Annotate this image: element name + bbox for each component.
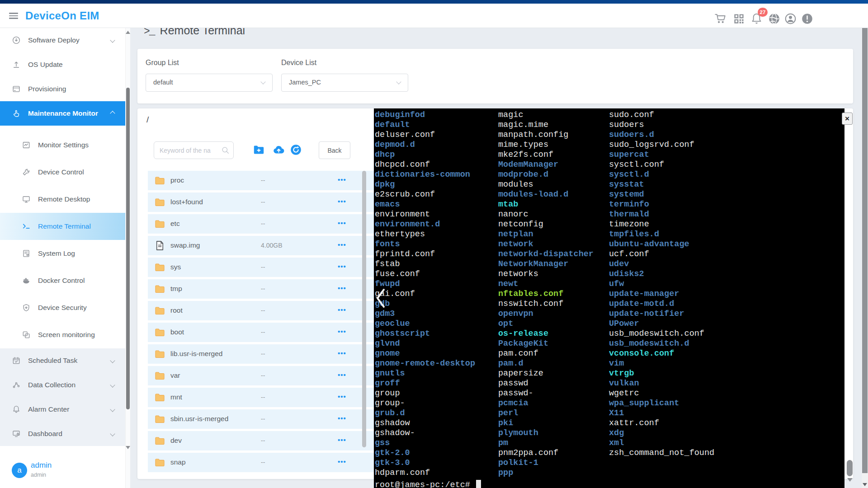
file-size: --: [261, 220, 265, 227]
sidebar-item-scheduled-task[interactable]: Scheduled Task: [0, 348, 125, 373]
terminal-prompt-line: root@james-pc:/etc#: [375, 480, 481, 488]
new-folder-button[interactable]: [253, 144, 265, 156]
sidebar-item-label: Device Security: [38, 304, 125, 312]
sidebar-item-device-control[interactable]: Device Control: [0, 159, 125, 186]
sidebar-item-alarm-center[interactable]: Alarm Center: [0, 397, 125, 422]
chevron-down-icon: [110, 38, 115, 42]
file-row-mnt[interactable]: mnt--•••: [148, 388, 376, 407]
cart-icon[interactable]: [714, 13, 726, 25]
file-row-boot[interactable]: boot--•••: [148, 323, 376, 342]
remote-terminal-screen[interactable]: debuginfoddefaultdeluser.confdepmod.ddhc…: [374, 108, 844, 488]
refresh-button[interactable]: [290, 144, 302, 156]
file-row-snap[interactable]: snap--•••: [148, 453, 376, 472]
terminal-entry: supercat: [609, 150, 714, 160]
globe-icon[interactable]: [768, 13, 780, 25]
sidebar-item-software-deploy[interactable]: Software Deploy: [0, 28, 125, 52]
terminal-entry: wpa_supplicant: [609, 399, 714, 408]
scroll-up-arrow[interactable]: [126, 31, 130, 34]
sidebar-item-provisioning[interactable]: Provisioning: [0, 77, 125, 101]
sidebar-item-remote-terminal[interactable]: Remote Terminal: [0, 213, 125, 240]
terminal-entry: dhcp: [375, 150, 475, 160]
sidebar-item-label: Device Control: [38, 168, 125, 176]
sidebar-item-docker-control[interactable]: Docker Control: [0, 267, 125, 294]
file-row-swap.img[interactable]: swap.img4.00GB•••: [148, 236, 376, 255]
file-list-scroll-thumb[interactable]: [362, 171, 366, 447]
row-actions-menu[interactable]: •••: [338, 458, 346, 465]
file-row-proc[interactable]: proc--•••: [148, 171, 376, 190]
sidebar-item-screen-monitoring[interactable]: Screen monitoring: [0, 321, 125, 348]
file-row-var[interactable]: var--•••: [148, 366, 376, 385]
sidebar-item-dashboard[interactable]: Dashboard: [0, 422, 125, 446]
upload-button[interactable]: [273, 144, 285, 156]
sidebar-item-label: Monitor Settings: [38, 141, 125, 149]
file-name: boot: [170, 328, 184, 336]
file-row-tmp[interactable]: tmp--•••: [148, 279, 376, 299]
sidebar-item-os-update[interactable]: OS Update: [0, 52, 125, 77]
terminal-entry: ucf.conf: [609, 249, 714, 259]
dashboard-icon: [12, 429, 21, 438]
scroll-down-arrow[interactable]: [126, 446, 130, 449]
folder-icon: [154, 348, 165, 360]
row-actions-menu[interactable]: •••: [338, 349, 346, 357]
qr-code-icon[interactable]: [733, 13, 745, 25]
file-row-lost+found[interactable]: lost+found--•••: [148, 192, 376, 212]
sidebar-item-device-security[interactable]: Device Security: [0, 294, 125, 321]
row-actions-menu[interactable]: •••: [338, 241, 346, 249]
row-actions-menu[interactable]: •••: [338, 197, 346, 205]
monitor-settings-icon: [22, 141, 31, 150]
row-actions-menu[interactable]: •••: [338, 436, 346, 444]
close-terminal-button[interactable]: ×: [842, 113, 853, 125]
terminal-entry: network: [498, 239, 594, 249]
terminal-entry: fstab: [375, 259, 475, 269]
sidebar-item-monitor-settings[interactable]: Monitor Settings: [0, 131, 125, 159]
app-logo: DeviceOn EIM: [25, 9, 99, 22]
row-actions-menu[interactable]: •••: [338, 414, 346, 422]
group-list-dropdown[interactable]: default: [146, 74, 273, 92]
terminal-scroll-down-arrow[interactable]: [847, 478, 853, 482]
collapse-terminal-icon[interactable]: [376, 288, 386, 310]
row-actions-menu[interactable]: •••: [338, 371, 346, 379]
search-input[interactable]: [160, 142, 222, 158]
row-actions-menu[interactable]: •••: [338, 284, 346, 292]
file-row-sys[interactable]: sys--•••: [148, 258, 376, 277]
sidebar-item-system-log[interactable]: System Log: [0, 240, 125, 267]
row-actions-menu[interactable]: •••: [338, 176, 346, 183]
file-row-lib.usr-is-merged[interactable]: lib.usr-is-merged--•••: [148, 344, 376, 364]
admin-section[interactable]: a admin admin: [0, 454, 125, 488]
file-row-dev[interactable]: dev--•••: [148, 431, 376, 450]
page-scrollbar[interactable]: [862, 28, 868, 488]
terminal-entry: vim: [609, 359, 714, 369]
page-scroll-down-arrow[interactable]: [863, 483, 867, 486]
search-icon: [221, 146, 230, 155]
terminal-entry: grub.d: [375, 408, 475, 418]
file-size: --: [261, 198, 265, 206]
sidebar-item-data-collection[interactable]: Data Collection: [0, 373, 125, 397]
terminal-entry: sudoers.d: [609, 130, 714, 140]
chevron-down-icon: [110, 382, 115, 387]
row-actions-menu[interactable]: •••: [338, 263, 346, 270]
file-row-root[interactable]: root--•••: [148, 301, 376, 320]
back-button[interactable]: Back: [319, 141, 350, 159]
terminal-entry: ubuntu-advantage: [609, 239, 714, 249]
device-list-dropdown[interactable]: James_PC: [281, 74, 408, 92]
row-actions-menu[interactable]: •••: [338, 393, 346, 400]
row-actions-menu[interactable]: •••: [338, 328, 346, 335]
sidebar-scrollbar[interactable]: [125, 28, 130, 488]
row-actions-menu[interactable]: •••: [338, 219, 346, 227]
menu-toggle-icon[interactable]: [9, 13, 18, 19]
sidebar-nav: Software DeployOS UpdateProvisioningMain…: [0, 28, 125, 446]
page-scroll-thumb[interactable]: [862, 28, 868, 473]
file-row-sbin.usr-is-merged[interactable]: sbin.usr-is-merged--•••: [148, 409, 376, 429]
alert-info-icon[interactable]: [801, 13, 813, 25]
sidebar-scroll-thumb[interactable]: [126, 88, 130, 409]
avatar[interactable]: a: [12, 463, 27, 478]
terminal-scroll-thumb[interactable]: [847, 460, 853, 476]
terminal-entry: vtrgb: [609, 369, 714, 379]
file-row-etc[interactable]: etc--•••: [148, 214, 376, 234]
sidebar-item-maintenance-monitor[interactable]: Maintenance Monitor: [0, 101, 125, 126]
user-account-icon[interactable]: [784, 13, 797, 25]
file-size: --: [261, 328, 265, 336]
sidebar-item-remote-desktop[interactable]: Remote Desktop: [0, 186, 125, 213]
row-actions-menu[interactable]: •••: [338, 306, 346, 314]
scheduled-task-icon: [12, 356, 21, 365]
